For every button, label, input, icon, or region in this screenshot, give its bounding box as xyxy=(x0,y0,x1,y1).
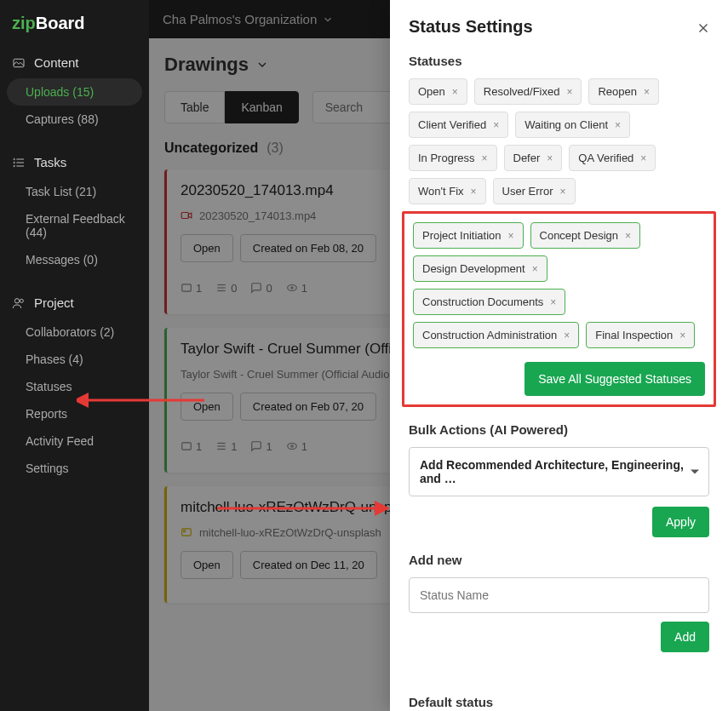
remove-icon[interactable]: × xyxy=(547,152,553,164)
svg-point-5 xyxy=(14,162,14,163)
nav-settings[interactable]: Settings xyxy=(0,455,149,482)
eye-icon xyxy=(286,440,298,452)
remove-icon[interactable]: × xyxy=(452,86,458,98)
users-icon xyxy=(12,296,26,310)
remove-icon[interactable]: × xyxy=(640,152,646,164)
image-icon xyxy=(181,282,192,294)
status-chip[interactable]: Defer× xyxy=(504,145,563,171)
bulk-actions-header: Bulk Actions (AI Powered) xyxy=(409,422,709,437)
bulk-action-select[interactable]: Add Recommended Architecture, Engineerin… xyxy=(409,447,709,496)
meta-images: 1 xyxy=(181,440,202,453)
close-icon xyxy=(696,20,711,36)
status-chip[interactable]: Waiting on Client× xyxy=(515,112,630,138)
meta-list: 1 xyxy=(215,440,237,453)
status-chips: Open× Resolved/Fixed× Reopen× Client Ver… xyxy=(409,78,709,204)
remove-icon[interactable]: × xyxy=(493,119,499,131)
nav-activity-feed[interactable]: Activity Feed xyxy=(0,427,149,455)
svg-rect-23 xyxy=(182,529,192,536)
save-suggested-button[interactable]: Save All Suggested Statuses xyxy=(525,362,705,396)
category-count: (3) xyxy=(267,140,284,156)
close-button[interactable] xyxy=(696,20,711,40)
suggested-chip[interactable]: Construction Documents× xyxy=(413,289,565,315)
suggested-chip[interactable]: Project Initiation× xyxy=(413,222,524,249)
status-chip[interactable]: QA Verified× xyxy=(569,145,656,171)
tab-kanban[interactable]: Kanban xyxy=(225,91,298,123)
suggested-chip[interactable]: Construction Administration× xyxy=(413,322,579,348)
add-new-header: Add new xyxy=(409,553,709,567)
svg-point-7 xyxy=(14,298,19,302)
meta-list: 0 xyxy=(215,282,237,295)
list-icon xyxy=(215,440,227,452)
status-chip[interactable]: User Error× xyxy=(493,178,576,204)
suggested-chip[interactable]: Concept Design× xyxy=(530,222,641,249)
add-button[interactable]: Add xyxy=(661,622,709,652)
remove-icon[interactable]: × xyxy=(566,86,572,98)
apply-button[interactable]: Apply xyxy=(652,507,709,537)
meta-comments: 0 xyxy=(250,282,272,295)
remove-icon[interactable]: × xyxy=(508,230,514,242)
status-chip[interactable]: Open× xyxy=(409,78,467,105)
svg-point-24 xyxy=(184,530,186,532)
svg-rect-11 xyxy=(182,284,192,291)
svg-rect-9 xyxy=(181,213,188,219)
status-settings-drawer: Status Settings Statuses Open× Resolved/… xyxy=(390,0,728,711)
statuses-header: Statuses xyxy=(409,54,709,68)
org-name[interactable]: Cha Palmos's Organization xyxy=(163,12,317,26)
remove-icon[interactable]: × xyxy=(550,296,556,308)
suggested-chip[interactable]: Design Development× xyxy=(413,255,547,282)
remove-icon[interactable]: × xyxy=(615,119,621,131)
remove-icon[interactable]: × xyxy=(679,330,685,341)
nav-messages[interactable]: Messages (0) xyxy=(0,246,149,273)
remove-icon[interactable]: × xyxy=(471,186,477,198)
status-chip[interactable]: Won't Fix× xyxy=(409,178,486,204)
nav-uploads[interactable]: Uploads (15) xyxy=(7,78,142,106)
nav-collaborators[interactable]: Collaborators (2) xyxy=(0,318,149,346)
created-label: Created on Feb 07, 20 xyxy=(240,393,376,421)
suggested-chip[interactable]: Final Inspection× xyxy=(586,322,695,348)
drawer-title: Status Settings xyxy=(409,17,709,37)
svg-marker-10 xyxy=(188,214,192,219)
list-icon xyxy=(215,282,227,294)
created-label: Created on Feb 08, 20 xyxy=(240,234,376,262)
default-status-header: Default status xyxy=(409,695,709,709)
svg-point-15 xyxy=(287,285,296,291)
remove-icon[interactable]: × xyxy=(564,330,570,341)
chevron-down-icon[interactable] xyxy=(255,58,269,72)
remove-icon[interactable]: × xyxy=(481,152,487,164)
image-icon xyxy=(12,56,26,70)
logo: zipBoard xyxy=(0,0,149,47)
remove-icon[interactable]: × xyxy=(532,263,538,275)
svg-point-4 xyxy=(14,158,14,159)
remove-icon[interactable]: × xyxy=(644,86,650,98)
open-button[interactable]: Open xyxy=(181,551,233,579)
status-chip[interactable]: In Progress× xyxy=(409,145,497,171)
nav-external-feedback[interactable]: External Feedback (44) xyxy=(0,205,149,246)
meta-comments: 1 xyxy=(250,440,272,453)
svg-point-21 xyxy=(287,444,296,450)
status-chip[interactable]: Resolved/Fixed× xyxy=(474,78,582,105)
chevron-down-icon[interactable] xyxy=(322,14,334,26)
nav-captures[interactable]: Captures (88) xyxy=(0,106,149,133)
status-chip[interactable]: Reopen× xyxy=(588,78,659,105)
nav-task-list[interactable]: Task List (21) xyxy=(0,178,149,205)
meta-views: 1 xyxy=(286,282,307,295)
nav-phases[interactable]: Phases (4) xyxy=(0,346,149,373)
tab-table[interactable]: Table xyxy=(164,91,225,123)
annotation-arrow-2 xyxy=(217,500,396,517)
comment-icon xyxy=(250,282,262,294)
section-project: Project xyxy=(0,287,149,318)
section-content: Content xyxy=(0,47,149,78)
svg-point-8 xyxy=(20,299,23,302)
svg-point-6 xyxy=(14,165,14,166)
list-icon xyxy=(12,156,26,169)
status-name-input[interactable] xyxy=(409,577,709,613)
section-tasks: Tasks xyxy=(0,146,149,178)
svg-point-22 xyxy=(291,445,293,447)
sidebar: zipBoard Content Uploads (15) Captures (… xyxy=(0,0,149,711)
status-chip[interactable]: Client Verified× xyxy=(409,112,508,138)
remove-icon[interactable]: × xyxy=(560,186,566,198)
created-label: Created on Dec 11, 20 xyxy=(240,551,377,579)
open-button[interactable]: Open xyxy=(181,234,233,262)
remove-icon[interactable]: × xyxy=(625,230,631,242)
image-icon xyxy=(181,440,192,452)
